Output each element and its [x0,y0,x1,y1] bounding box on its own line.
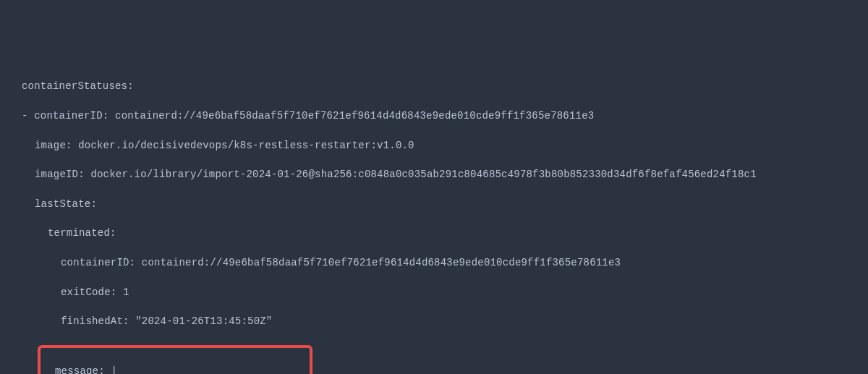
yaml-key-terminated: terminated: [9,226,859,240]
terminal-output: containerStatuses: - containerID: contai… [9,64,859,374]
yaml-list-item: - containerID: containerd://49e6baf58daa… [9,109,859,123]
yaml-key-finishedAt: finishedAt: "2024-01-26T13:45:50Z" [9,314,859,328]
highlighted-region: message: | Starting the application... 0… [38,345,312,374]
yaml-key-message: message: | [45,364,305,374]
yaml-key-containerStatuses: containerStatuses: [9,79,859,93]
yaml-key-imageID: imageID: docker.io/library/import-2024-0… [9,167,859,182]
yaml-key-term-containerID: containerID: containerd://49e6baf58daaf5… [9,255,859,270]
yaml-key-image: image: docker.io/decisivedevops/k8s-rest… [9,138,859,153]
yaml-key-lastState: lastState: [9,197,859,211]
yaml-key-exitCode: exitCode: 1 [9,285,859,299]
